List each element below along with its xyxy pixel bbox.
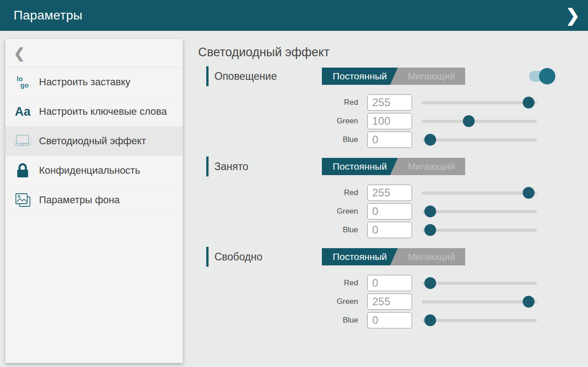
channel-row-green: Green bbox=[317, 294, 588, 310]
keywords-icon: Aa bbox=[12, 105, 34, 119]
channel-label: Red bbox=[317, 279, 358, 288]
channel-label: Red bbox=[317, 188, 358, 197]
channel-row-red: Red bbox=[317, 275, 588, 291]
red-slider[interactable] bbox=[422, 275, 537, 291]
slider-thumb[interactable] bbox=[523, 296, 535, 308]
mode-blinking-button[interactable]: Мигающий bbox=[398, 68, 465, 85]
slider-track bbox=[422, 120, 537, 123]
slider-thumb[interactable] bbox=[463, 115, 475, 127]
red-value-input[interactable] bbox=[367, 94, 412, 111]
green-slider[interactable] bbox=[422, 113, 537, 129]
blue-value-input[interactable] bbox=[367, 222, 412, 238]
channel-label: Blue bbox=[317, 316, 358, 325]
green-slider[interactable] bbox=[422, 203, 537, 220]
app-title: Параметры bbox=[0, 8, 83, 23]
led-effect-panel: Светодиодный эффект Оповещение Постоянны… bbox=[183, 31, 588, 367]
rgb-channels-alert: Red Green Blue bbox=[317, 94, 588, 148]
slider-track bbox=[422, 210, 537, 213]
slider-thumb[interactable] bbox=[424, 224, 436, 236]
channel-label: Blue bbox=[317, 225, 358, 235]
channel-row-blue: Blue bbox=[317, 132, 588, 148]
slider-track bbox=[422, 229, 537, 232]
sidebar-item-privacy[interactable]: Конфиденциальность bbox=[5, 156, 183, 186]
channel-row-red: Red bbox=[317, 94, 588, 111]
alert-enable-switch[interactable] bbox=[529, 68, 555, 84]
slider-track bbox=[422, 138, 537, 142]
slider-thumb[interactable] bbox=[424, 134, 436, 146]
lock-icon bbox=[12, 163, 34, 178]
blue-slider[interactable] bbox=[422, 312, 537, 328]
mode-solid-button[interactable]: Постоянный bbox=[322, 68, 398, 85]
rgb-channels-free: Red Green Blue bbox=[317, 275, 588, 328]
section-accent-bar bbox=[206, 157, 209, 176]
logo-icon: logo bbox=[12, 76, 34, 89]
green-value-input[interactable] bbox=[367, 294, 412, 310]
mode-blinking-button[interactable]: Мигающий bbox=[398, 248, 465, 265]
channel-row-blue: Blue bbox=[317, 222, 588, 238]
mode-solid-button[interactable]: Постоянный bbox=[322, 158, 398, 175]
red-value-input[interactable] bbox=[367, 275, 412, 291]
slider-track bbox=[422, 282, 537, 285]
channel-row-green: Green bbox=[317, 203, 588, 220]
sidebar-item-label: Настроить заставку bbox=[39, 70, 131, 94]
channel-label: Green bbox=[317, 117, 358, 126]
section-header-alert: Оповещение Постоянный Мигающий bbox=[198, 66, 588, 87]
green-value-input[interactable] bbox=[367, 113, 412, 129]
blue-slider[interactable] bbox=[422, 222, 537, 238]
section-label: Оповещение bbox=[214, 70, 277, 83]
slider-thumb[interactable] bbox=[523, 187, 535, 199]
slider-thumb[interactable] bbox=[424, 314, 436, 326]
led-screen-icon bbox=[12, 134, 34, 148]
section-label: Занято bbox=[214, 161, 248, 173]
sidebar-item-label: Конфиденциальность bbox=[39, 159, 140, 182]
blue-value-input[interactable] bbox=[367, 132, 412, 148]
sidebar-item-background[interactable]: Параметры фона bbox=[5, 186, 183, 215]
mode-toggle-group: Постоянный Мигающий bbox=[322, 68, 465, 85]
section-label: Свободно bbox=[214, 251, 262, 263]
sidebar-back-button[interactable]: ❮ bbox=[5, 39, 183, 68]
sidebar-item-label: Настроить ключевые слова bbox=[39, 100, 167, 123]
slider-track bbox=[422, 300, 537, 303]
slider-track bbox=[422, 191, 537, 195]
sidebar-item-splash-screen[interactable]: logo Настроить заставку bbox=[5, 68, 183, 97]
rgb-channels-busy: Red Green Blue bbox=[317, 185, 588, 238]
section-accent-bar bbox=[206, 247, 209, 267]
green-slider[interactable] bbox=[422, 294, 537, 310]
sidebar-item-keywords[interactable]: Aa Настроить ключевые слова bbox=[5, 97, 183, 127]
forward-chevron-icon[interactable]: ❯ bbox=[565, 7, 580, 24]
section-header-busy: Занято Постоянный Мигающий bbox=[198, 156, 588, 177]
slider-thumb[interactable] bbox=[424, 206, 436, 217]
mode-blinking-button[interactable]: Мигающий bbox=[398, 158, 465, 175]
sidebar-item-led-effect[interactable]: Светодиодный эффект bbox=[5, 127, 183, 156]
red-slider[interactable] bbox=[422, 185, 537, 201]
green-value-input[interactable] bbox=[367, 203, 412, 220]
channel-label: Blue bbox=[317, 135, 358, 144]
blue-value-input[interactable] bbox=[367, 312, 412, 328]
red-value-input[interactable] bbox=[367, 185, 412, 201]
blue-slider[interactable] bbox=[422, 132, 537, 148]
slider-track bbox=[422, 319, 537, 322]
page-title: Светодиодный эффект bbox=[198, 45, 588, 59]
settings-sidebar: ❮ logo Настроить заставку Aa Настроить к… bbox=[5, 39, 183, 363]
channel-row-green: Green bbox=[317, 113, 588, 129]
channel-row-red: Red bbox=[317, 185, 588, 201]
slider-thumb[interactable] bbox=[523, 97, 535, 108]
mode-solid-button[interactable]: Постоянный bbox=[322, 248, 398, 265]
slider-track bbox=[422, 101, 537, 104]
sidebar-item-label: Параметры фона bbox=[39, 188, 120, 212]
back-chevron-icon: ❮ bbox=[14, 45, 25, 61]
section-header-free: Свободно Постоянный Мигающий bbox=[198, 246, 588, 267]
sidebar-item-label: Светодиодный эффект bbox=[39, 129, 146, 153]
mode-toggle-group: Постоянный Мигающий bbox=[322, 158, 465, 175]
background-image-icon bbox=[12, 192, 34, 208]
slider-thumb[interactable] bbox=[424, 277, 436, 289]
red-slider[interactable] bbox=[422, 94, 537, 111]
channel-row-blue: Blue bbox=[317, 312, 588, 328]
channel-label: Green bbox=[317, 207, 358, 216]
app-header: Параметры ❯ bbox=[0, 0, 588, 31]
channel-label: Red bbox=[317, 98, 358, 107]
mode-toggle-group: Постоянный Мигающий bbox=[322, 248, 465, 265]
section-accent-bar bbox=[206, 66, 209, 86]
switch-knob bbox=[539, 68, 555, 84]
channel-label: Green bbox=[317, 297, 358, 306]
